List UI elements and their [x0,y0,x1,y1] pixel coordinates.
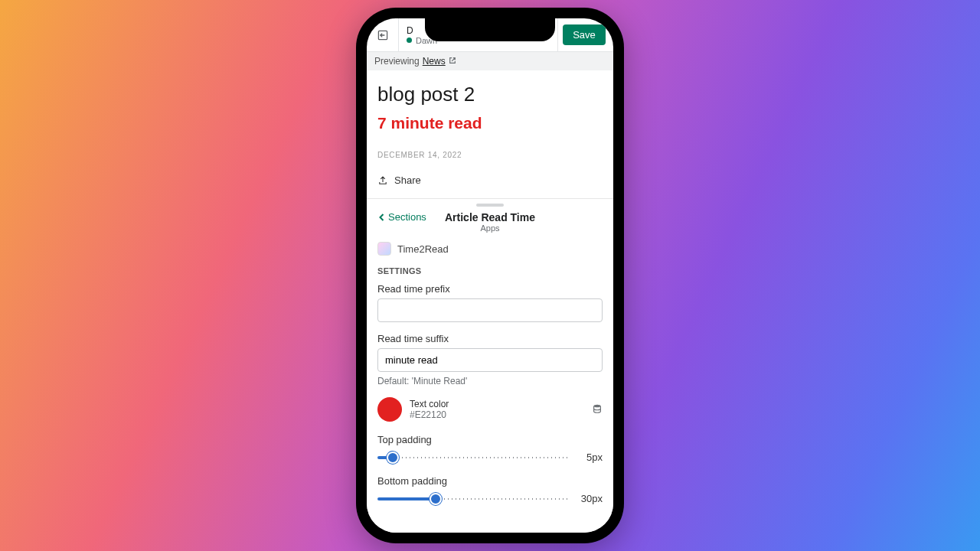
phone-screen: D Dawn Save Previewing News [367,18,613,533]
save-button[interactable]: Save [563,24,606,45]
suffix-label: Read time suffix [377,333,603,344]
panel-header: Sections Article Read Time Apps [377,208,603,239]
external-link-icon [449,57,456,66]
svg-point-1 [594,404,601,407]
app-icon [377,242,391,256]
gradient-background: D Dawn Save Previewing News [0,0,980,551]
color-swatch[interactable] [377,397,402,422]
dynamic-source-icon[interactable] [592,403,603,416]
sections-label: Sections [388,211,426,223]
status-dot-icon [407,37,412,43]
share-button[interactable]: Share [377,174,603,186]
preview-label: Previewing [374,56,420,67]
suffix-input[interactable] [377,348,603,372]
bottom-padding-slider[interactable] [377,494,570,504]
panel-subtitle: Apps [377,223,603,233]
top-padding-slider[interactable] [377,452,570,463]
bottom-padding-value: 30px [577,493,603,504]
preview-link[interactable]: News [423,56,446,67]
settings-heading: SETTINGS [377,266,603,276]
back-to-sections[interactable]: Sections [377,211,426,223]
phone-notch [425,18,555,41]
text-color-row[interactable]: Text color #E22120 [377,397,603,422]
share-label: Share [394,174,421,186]
read-time-display: 7 minute read [377,114,603,132]
app-identifier[interactable]: Time2Read [377,239,603,262]
top-padding-value: 5px [577,452,603,463]
post-title: blog post 2 [377,83,603,106]
color-label: Text color [410,399,584,409]
bottom-padding-label: Bottom padding [377,475,603,487]
bottom-padding-block: Bottom padding 30px [377,475,603,504]
preview-bar: Previewing News [367,52,613,70]
app-name: Time2Read [397,243,449,255]
topbar-actions: Save [558,18,613,51]
post-preview: blog post 2 7 minute read DECEMBER 14, 2… [377,83,603,186]
chevron-left-icon [377,213,387,222]
exit-editor-button[interactable] [367,18,399,51]
post-date: DECEMBER 14, 2022 [377,151,603,159]
color-meta: Text color #E22120 [410,399,584,420]
preview-and-panel: blog post 2 7 minute read DECEMBER 14, 2… [367,70,613,533]
exit-icon [377,29,389,41]
phone-frame: D Dawn Save Previewing News [356,8,624,543]
prefix-label: Read time prefix [377,283,603,295]
prefix-input[interactable] [377,298,603,322]
panel-drag-handle[interactable] [476,204,504,207]
share-icon [377,175,388,186]
suffix-help: Default: 'Minute Read' [377,376,603,386]
divider [367,198,613,199]
color-value: #E22120 [410,409,584,420]
top-padding-label: Top padding [377,434,603,445]
top-padding-block: Top padding 5px [377,434,603,463]
